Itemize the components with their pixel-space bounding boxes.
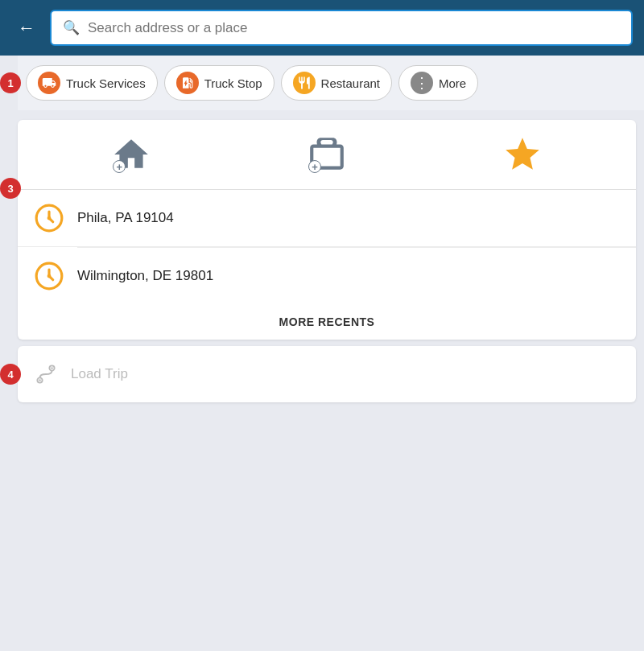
more-recents-button[interactable]: MORE RECENTS [18, 304, 636, 340]
svg-point-3 [47, 274, 52, 278]
work-shortcut[interactable]: + [229, 134, 425, 175]
favorites-shortcut[interactable] [424, 134, 620, 175]
search-icon: 🔍 [63, 19, 80, 36]
star-icon [502, 134, 543, 175]
restaurant-icon [293, 72, 316, 94]
categories-row: Truck Services Truck Stop Restaurant ⋮ [18, 56, 644, 110]
recent-item-1[interactable]: Phila, PA 19104 [18, 190, 636, 247]
search-bar[interactable]: 🔍 [50, 10, 633, 46]
more-label: More [439, 76, 466, 90]
more-icon: ⋮ [411, 72, 433, 94]
work-plus-icon: + [308, 160, 321, 173]
main-card: + + [18, 120, 636, 340]
recent-text-2: Wilmington, DE 19801 [77, 268, 213, 284]
header: ← 🔍 [0, 0, 644, 56]
back-icon: ← [18, 18, 35, 39]
more-recents-label: MORE RECENTS [279, 315, 375, 328]
category-badge: 1 [0, 72, 21, 93]
recent-item-2[interactable]: Wilmington, DE 19801 [18, 248, 636, 304]
category-more[interactable]: ⋮ More [398, 65, 478, 101]
truck-services-label: Truck Services [66, 76, 146, 90]
restaurant-label: Restaurant [321, 76, 380, 90]
category-truck-services[interactable]: Truck Services [26, 65, 158, 101]
load-trip-card[interactable]: Load Trip [18, 346, 636, 402]
svg-point-7 [51, 367, 53, 369]
truck-stop-icon [176, 72, 199, 94]
search-input[interactable] [88, 20, 620, 36]
truck-stop-label: Truck Stop [204, 76, 262, 90]
truck-services-icon [38, 72, 60, 94]
svg-point-1 [47, 216, 52, 220]
route-icon [34, 362, 58, 386]
loadtrip-badge: 4 [0, 364, 21, 385]
recent-text-1: Phila, PA 19104 [77, 210, 174, 226]
clock-icon-1 [34, 203, 64, 233]
category-restaurant[interactable]: Restaurant [281, 65, 392, 101]
home-shortcut[interactable]: + [34, 134, 229, 175]
recents-badge: 3 [0, 178, 21, 199]
category-truck-stop[interactable]: Truck Stop [164, 65, 275, 101]
svg-point-6 [39, 379, 41, 381]
shortcuts-row: + + [18, 120, 636, 190]
clock-icon-2 [34, 261, 64, 291]
load-trip-label: Load Trip [71, 366, 128, 382]
back-button[interactable]: ← [11, 14, 42, 42]
